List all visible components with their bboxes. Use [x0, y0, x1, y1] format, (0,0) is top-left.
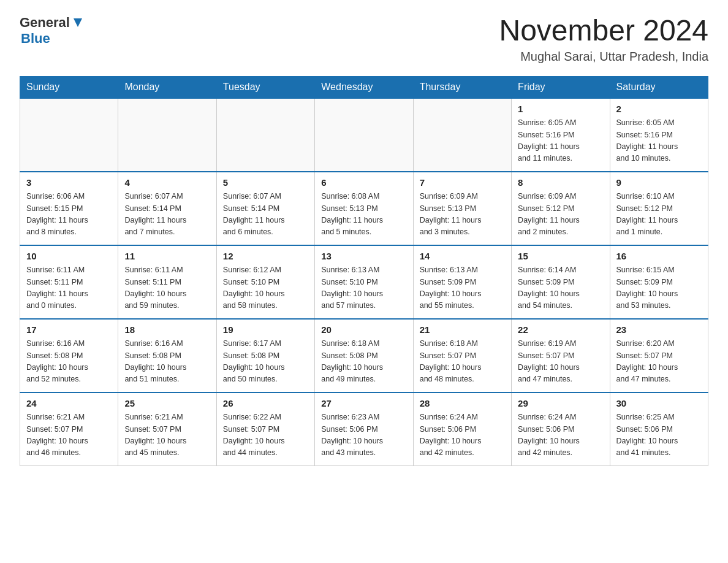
- calendar-cell: [118, 98, 216, 172]
- day-number: 27: [321, 397, 406, 411]
- weekday-header-wednesday: Wednesday: [315, 76, 413, 98]
- day-number: 14: [420, 250, 505, 264]
- calendar-cell: 4Sunrise: 6:07 AM Sunset: 5:14 PM Daylig…: [118, 172, 216, 245]
- calendar-cell: 15Sunrise: 6:14 AM Sunset: 5:09 PM Dayli…: [512, 245, 610, 319]
- weekday-header-monday: Monday: [118, 76, 216, 98]
- calendar-cell: 14Sunrise: 6:13 AM Sunset: 5:09 PM Dayli…: [413, 245, 511, 319]
- day-info: Sunrise: 6:21 AM Sunset: 5:07 PM Dayligh…: [26, 412, 112, 459]
- day-info: Sunrise: 6:18 AM Sunset: 5:07 PM Dayligh…: [420, 338, 505, 386]
- calendar-cell: 1Sunrise: 6:05 AM Sunset: 5:16 PM Daylig…: [512, 98, 610, 172]
- weekday-header-friday: Friday: [512, 76, 610, 98]
- day-info: Sunrise: 6:23 AM Sunset: 5:06 PM Dayligh…: [321, 412, 406, 459]
- calendar-cell: 18Sunrise: 6:16 AM Sunset: 5:08 PM Dayli…: [118, 319, 216, 393]
- day-number: 6: [321, 176, 406, 190]
- day-number: 9: [616, 176, 702, 190]
- day-number: 28: [420, 397, 505, 411]
- calendar-cell: 25Sunrise: 6:21 AM Sunset: 5:07 PM Dayli…: [118, 393, 216, 466]
- calendar-cell: [315, 98, 413, 172]
- location-title: Mughal Sarai, Uttar Pradesh, India: [499, 50, 708, 64]
- day-info: Sunrise: 6:24 AM Sunset: 5:06 PM Dayligh…: [420, 412, 505, 459]
- calendar-cell: [413, 98, 511, 172]
- day-number: 26: [223, 397, 308, 411]
- logo: General Blue: [20, 15, 85, 47]
- calendar-cell: 11Sunrise: 6:11 AM Sunset: 5:11 PM Dayli…: [118, 245, 216, 319]
- day-info: Sunrise: 6:25 AM Sunset: 5:06 PM Dayligh…: [616, 412, 702, 459]
- calendar-cell: 12Sunrise: 6:12 AM Sunset: 5:10 PM Dayli…: [216, 245, 314, 319]
- weekday-header-tuesday: Tuesday: [216, 76, 314, 98]
- day-number: 29: [518, 397, 603, 411]
- day-number: 10: [26, 250, 112, 264]
- day-number: 2: [616, 102, 702, 117]
- calendar-cell: 8Sunrise: 6:09 AM Sunset: 5:12 PM Daylig…: [512, 172, 610, 245]
- svg-marker-0: [74, 18, 82, 27]
- day-info: Sunrise: 6:17 AM Sunset: 5:08 PM Dayligh…: [223, 338, 308, 386]
- day-info: Sunrise: 6:18 AM Sunset: 5:08 PM Dayligh…: [321, 338, 406, 386]
- day-info: Sunrise: 6:19 AM Sunset: 5:07 PM Dayligh…: [518, 338, 603, 386]
- calendar-cell: 20Sunrise: 6:18 AM Sunset: 5:08 PM Dayli…: [315, 319, 413, 393]
- day-info: Sunrise: 6:22 AM Sunset: 5:07 PM Dayligh…: [223, 412, 308, 459]
- day-info: Sunrise: 6:11 AM Sunset: 5:11 PM Dayligh…: [26, 264, 112, 312]
- day-number: 18: [124, 323, 210, 337]
- calendar-cell: 10Sunrise: 6:11 AM Sunset: 5:11 PM Dayli…: [20, 245, 118, 319]
- weekday-header-thursday: Thursday: [413, 76, 511, 98]
- calendar-cell: 30Sunrise: 6:25 AM Sunset: 5:06 PM Dayli…: [610, 393, 708, 466]
- day-info: Sunrise: 6:06 AM Sunset: 5:15 PM Dayligh…: [26, 191, 112, 239]
- calendar-cell: 24Sunrise: 6:21 AM Sunset: 5:07 PM Dayli…: [20, 393, 118, 466]
- calendar-cell: 5Sunrise: 6:07 AM Sunset: 5:14 PM Daylig…: [216, 172, 314, 245]
- logo-general-text: General: [20, 15, 70, 31]
- day-number: 25: [124, 397, 210, 411]
- title-block: November 2024 Mughal Sarai, Uttar Prades…: [499, 15, 708, 64]
- calendar-cell: 29Sunrise: 6:24 AM Sunset: 5:06 PM Dayli…: [512, 393, 610, 466]
- calendar-cell: 13Sunrise: 6:13 AM Sunset: 5:10 PM Dayli…: [315, 245, 413, 319]
- calendar-cell: 9Sunrise: 6:10 AM Sunset: 5:12 PM Daylig…: [610, 172, 708, 245]
- calendar-cell: 7Sunrise: 6:09 AM Sunset: 5:13 PM Daylig…: [413, 172, 511, 245]
- day-info: Sunrise: 6:12 AM Sunset: 5:10 PM Dayligh…: [223, 264, 308, 312]
- day-number: 12: [223, 250, 308, 264]
- day-number: 24: [26, 397, 112, 411]
- day-number: 21: [420, 323, 505, 337]
- week-row-5: 24Sunrise: 6:21 AM Sunset: 5:07 PM Dayli…: [20, 393, 708, 466]
- day-number: 13: [321, 250, 406, 264]
- week-row-3: 10Sunrise: 6:11 AM Sunset: 5:11 PM Dayli…: [20, 245, 708, 319]
- day-info: Sunrise: 6:21 AM Sunset: 5:07 PM Dayligh…: [124, 412, 210, 459]
- weekday-header-sunday: Sunday: [20, 76, 118, 98]
- day-number: 16: [616, 250, 702, 264]
- month-title: November 2024: [499, 15, 708, 47]
- day-info: Sunrise: 6:14 AM Sunset: 5:09 PM Dayligh…: [518, 264, 603, 312]
- day-number: 20: [321, 323, 406, 337]
- day-number: 15: [518, 250, 603, 264]
- logo-triangle-icon: [71, 16, 85, 29]
- calendar-cell: 21Sunrise: 6:18 AM Sunset: 5:07 PM Dayli…: [413, 319, 511, 393]
- page-header: General Blue November 2024 Mughal Sarai,…: [20, 15, 708, 64]
- day-info: Sunrise: 6:24 AM Sunset: 5:06 PM Dayligh…: [518, 412, 603, 459]
- day-info: Sunrise: 6:11 AM Sunset: 5:11 PM Dayligh…: [124, 264, 210, 312]
- day-info: Sunrise: 6:07 AM Sunset: 5:14 PM Dayligh…: [223, 191, 308, 239]
- day-info: Sunrise: 6:10 AM Sunset: 5:12 PM Dayligh…: [616, 191, 702, 239]
- day-info: Sunrise: 6:09 AM Sunset: 5:12 PM Dayligh…: [518, 191, 603, 239]
- day-number: 23: [616, 323, 702, 337]
- calendar-cell: [20, 98, 118, 172]
- day-info: Sunrise: 6:13 AM Sunset: 5:09 PM Dayligh…: [420, 264, 505, 312]
- calendar-cell: [216, 98, 314, 172]
- calendar-cell: 3Sunrise: 6:06 AM Sunset: 5:15 PM Daylig…: [20, 172, 118, 245]
- logo-blue-text: Blue: [21, 31, 50, 47]
- calendar-cell: 27Sunrise: 6:23 AM Sunset: 5:06 PM Dayli…: [315, 393, 413, 466]
- day-info: Sunrise: 6:16 AM Sunset: 5:08 PM Dayligh…: [26, 338, 112, 386]
- day-number: 11: [124, 250, 210, 264]
- day-info: Sunrise: 6:20 AM Sunset: 5:07 PM Dayligh…: [616, 338, 702, 386]
- day-info: Sunrise: 6:16 AM Sunset: 5:08 PM Dayligh…: [124, 338, 210, 386]
- calendar-cell: 23Sunrise: 6:20 AM Sunset: 5:07 PM Dayli…: [610, 319, 708, 393]
- day-number: 7: [420, 176, 505, 190]
- day-info: Sunrise: 6:09 AM Sunset: 5:13 PM Dayligh…: [420, 191, 505, 239]
- calendar-cell: 26Sunrise: 6:22 AM Sunset: 5:07 PM Dayli…: [216, 393, 314, 466]
- day-number: 8: [518, 176, 603, 190]
- calendar-cell: 19Sunrise: 6:17 AM Sunset: 5:08 PM Dayli…: [216, 319, 314, 393]
- calendar-cell: 2Sunrise: 6:05 AM Sunset: 5:16 PM Daylig…: [610, 98, 708, 172]
- day-info: Sunrise: 6:15 AM Sunset: 5:09 PM Dayligh…: [616, 264, 702, 312]
- week-row-2: 3Sunrise: 6:06 AM Sunset: 5:15 PM Daylig…: [20, 172, 708, 245]
- calendar-cell: 22Sunrise: 6:19 AM Sunset: 5:07 PM Dayli…: [512, 319, 610, 393]
- day-info: Sunrise: 6:08 AM Sunset: 5:13 PM Dayligh…: [321, 191, 406, 239]
- day-number: 5: [223, 176, 308, 190]
- day-number: 30: [616, 397, 702, 411]
- day-number: 4: [124, 176, 210, 190]
